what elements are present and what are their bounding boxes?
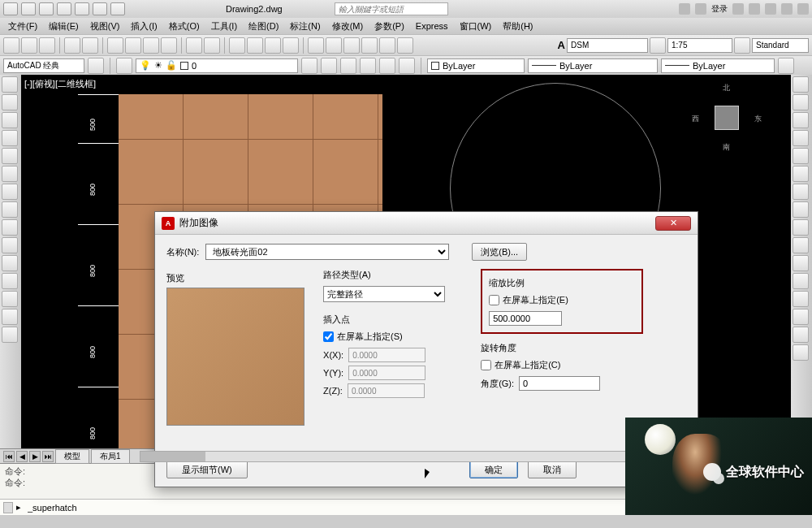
- menu-tools[interactable]: 工具(I): [206, 19, 242, 34]
- scrollbar-thumb[interactable]: [140, 452, 205, 461]
- qat-open-icon[interactable]: [39, 2, 54, 15]
- menu-view[interactable]: 视图(V): [85, 19, 125, 34]
- copy-icon[interactable]: [125, 37, 141, 54]
- help-search-input[interactable]: [335, 2, 448, 15]
- compass-west[interactable]: 西: [692, 114, 699, 124]
- zoom-window-icon[interactable]: [265, 37, 281, 54]
- array-icon[interactable]: [793, 148, 809, 164]
- menu-edit[interactable]: 编辑(E): [44, 19, 84, 34]
- calc-icon[interactable]: [397, 37, 413, 54]
- standard-dropdown[interactable]: Standard: [752, 38, 809, 53]
- menu-parametric[interactable]: 参数(P): [369, 19, 409, 34]
- close-icon[interactable]: [797, 3, 809, 15]
- zoom-icon[interactable]: [247, 37, 263, 54]
- trim-icon[interactable]: [793, 237, 809, 253]
- rectangle-icon[interactable]: [2, 148, 18, 164]
- cube-top-face[interactable]: [715, 106, 739, 130]
- plot-style-icon[interactable]: [778, 58, 794, 74]
- qat-new-icon[interactable]: [21, 2, 36, 15]
- layer-manager-icon[interactable]: [116, 58, 132, 74]
- pline-icon[interactable]: [2, 94, 18, 110]
- lineweight-dropdown[interactable]: ByLayer: [661, 58, 775, 73]
- specify-onscreen-checkbox[interactable]: [323, 331, 334, 342]
- qat-undo-icon[interactable]: [93, 2, 107, 15]
- copy-obj-icon[interactable]: [793, 94, 809, 110]
- mirror-icon[interactable]: [793, 112, 809, 128]
- cancel-button[interactable]: 取消: [528, 461, 577, 478]
- block-icon[interactable]: [2, 255, 18, 271]
- zoom-prev-icon[interactable]: [283, 37, 299, 54]
- layer-prev-icon[interactable]: [301, 58, 317, 74]
- qat-print-icon[interactable]: [75, 2, 89, 15]
- angle-input[interactable]: [519, 376, 600, 391]
- scale-dropdown[interactable]: 1:75: [667, 38, 732, 53]
- extend-icon[interactable]: [793, 255, 809, 271]
- menu-modify[interactable]: 修改(M): [327, 19, 369, 34]
- open-icon[interactable]: [21, 37, 37, 54]
- help-icon[interactable]: [749, 3, 760, 15]
- markup-icon[interactable]: [379, 37, 395, 54]
- rotation-onscreen-checkbox[interactable]: [481, 360, 491, 370]
- maximize-icon[interactable]: [781, 3, 793, 15]
- menu-help[interactable]: 帮助(H): [498, 19, 538, 34]
- menu-draw[interactable]: 绘图(D): [244, 19, 283, 34]
- chamfer-icon[interactable]: [793, 309, 809, 325]
- pan-icon[interactable]: [229, 37, 245, 54]
- scale-icon[interactable]: [793, 201, 809, 218]
- rotate-icon[interactable]: [793, 184, 809, 200]
- layer-dropdown[interactable]: 💡 ☀ 🔓 0: [136, 58, 298, 73]
- properties-icon[interactable]: [308, 37, 324, 54]
- table-icon[interactable]: [2, 273, 18, 289]
- user-icon[interactable]: [695, 3, 706, 15]
- tab-last-icon[interactable]: ⏭: [42, 451, 54, 462]
- tab-first-icon[interactable]: ⏮: [3, 451, 15, 462]
- explode-icon[interactable]: [793, 344, 809, 361]
- search-icon[interactable]: [679, 3, 690, 15]
- compass-east[interactable]: 东: [754, 114, 762, 124]
- offset-icon[interactable]: [793, 130, 809, 146]
- gradient-icon[interactable]: [2, 327, 18, 343]
- viewport-label[interactable]: [-][俯视][二维线框]: [24, 78, 96, 90]
- fillet-icon[interactable]: [793, 327, 809, 343]
- polygon-icon[interactable]: [2, 166, 18, 182]
- table-style-icon[interactable]: [734, 37, 750, 54]
- move-icon[interactable]: [793, 166, 809, 182]
- erase-icon[interactable]: [793, 76, 809, 93]
- dialog-close-button[interactable]: ✕: [655, 216, 691, 231]
- arc-icon[interactable]: [2, 130, 18, 146]
- show-details-button[interactable]: 显示细节(W): [166, 461, 248, 478]
- exchange-icon[interactable]: [732, 3, 744, 15]
- menu-insert[interactable]: 插入(I): [126, 19, 162, 34]
- ellipse-icon[interactable]: [2, 184, 18, 200]
- layer-make-current-icon[interactable]: [399, 58, 415, 74]
- menu-express[interactable]: Express: [411, 19, 453, 32]
- region-icon[interactable]: [2, 309, 18, 325]
- workspace-dropdown[interactable]: AutoCAD 经典: [3, 58, 84, 73]
- cut-icon[interactable]: [107, 37, 123, 54]
- qat-redo-icon[interactable]: [110, 2, 125, 15]
- layer-off-icon[interactable]: [379, 58, 395, 74]
- command-input[interactable]: [24, 503, 268, 513]
- undo-icon[interactable]: [186, 37, 202, 54]
- tab-layout1[interactable]: 布局1: [91, 449, 130, 464]
- circle-icon[interactable]: [2, 112, 18, 128]
- compass-north[interactable]: 北: [723, 83, 730, 93]
- matchprop-icon[interactable]: [161, 37, 177, 54]
- sheetset-icon[interactable]: [361, 37, 378, 54]
- linetype-dropdown[interactable]: ByLayer: [528, 58, 658, 73]
- designcenter-icon[interactable]: [326, 37, 342, 54]
- menu-window[interactable]: 窗口(W): [455, 19, 497, 34]
- join-icon[interactable]: [793, 291, 809, 307]
- browse-button[interactable]: 浏览(B)...: [472, 243, 527, 261]
- hatch-icon[interactable]: [2, 201, 18, 218]
- scale-input[interactable]: [489, 311, 562, 326]
- pathtype-dropdown[interactable]: 完整路径: [323, 286, 445, 302]
- layer-iso-icon[interactable]: [340, 58, 356, 74]
- point-icon[interactable]: [2, 237, 18, 253]
- scale-onscreen-checkbox[interactable]: [489, 295, 499, 305]
- spline-icon[interactable]: [2, 219, 18, 236]
- compass-south[interactable]: 南: [723, 142, 730, 153]
- app-menu-icon[interactable]: [3, 2, 18, 15]
- name-dropdown[interactable]: 地板砖光面02: [205, 244, 449, 260]
- tab-next-icon[interactable]: ▶: [29, 451, 41, 462]
